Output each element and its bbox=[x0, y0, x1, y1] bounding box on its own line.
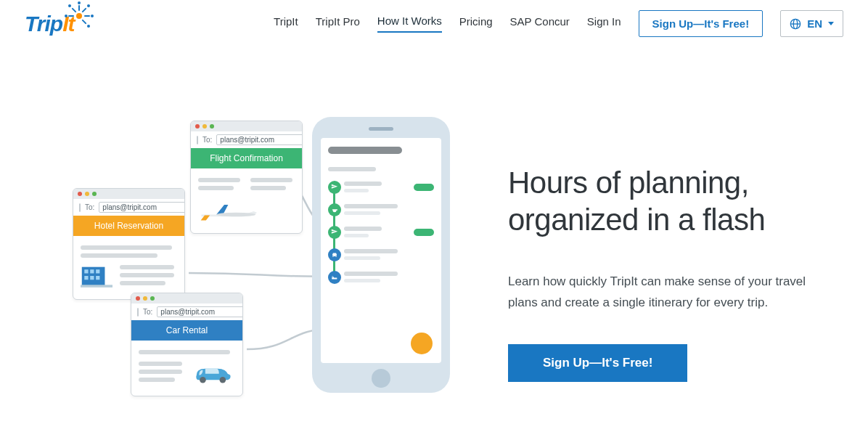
to-label: To: bbox=[85, 203, 94, 211]
hotel-band: Hotel Reservation bbox=[73, 216, 184, 236]
nav-how-it-works[interactable]: How It Works bbox=[377, 15, 442, 33]
phone-speaker bbox=[369, 127, 393, 131]
language-label: EN bbox=[807, 17, 822, 30]
share-icon bbox=[197, 136, 198, 144]
signup-button-hero[interactable]: Sign Up—It's Free! bbox=[508, 344, 687, 382]
email-card-car: To: Car Rental bbox=[131, 293, 243, 396]
svg-rect-9 bbox=[96, 276, 99, 280]
car-icon bbox=[328, 248, 341, 261]
svg-rect-8 bbox=[90, 276, 94, 280]
phone-screen bbox=[321, 138, 441, 363]
svg-rect-4 bbox=[84, 269, 88, 273]
signup-button-header[interactable]: Sign Up—It's Free! bbox=[639, 10, 763, 37]
logo-burst-icon bbox=[70, 7, 88, 25]
bed-icon bbox=[328, 271, 341, 284]
to-label: To: bbox=[202, 136, 212, 144]
airplane-icon bbox=[328, 226, 341, 239]
hero-copy: Hours of planning, organized in a flash … bbox=[508, 142, 824, 382]
globe-icon bbox=[790, 18, 801, 30]
to-address-input bbox=[216, 134, 303, 145]
logo[interactable]: TripIt bbox=[25, 12, 92, 36]
to-address-input bbox=[99, 202, 185, 213]
to-label: To: bbox=[143, 308, 152, 316]
share-icon bbox=[79, 203, 81, 212]
hero-illustration: To: Flight Confirmation To: bbox=[44, 117, 479, 407]
to-address-input bbox=[157, 306, 243, 317]
car-band: Car Rental bbox=[131, 320, 242, 341]
language-switcher[interactable]: EN bbox=[780, 10, 843, 37]
email-card-hotel: To: Hotel Reservation bbox=[73, 188, 185, 300]
email-card-flight: To: Flight Confirmation bbox=[190, 121, 303, 234]
airplane-icon bbox=[328, 181, 341, 194]
nav-sign-in[interactable]: Sign In bbox=[587, 15, 621, 32]
window-titlebar bbox=[191, 121, 302, 131]
car-icon bbox=[139, 358, 235, 387]
primary-nav: TripIt TripIt Pro How It Works Pricing S… bbox=[274, 10, 843, 37]
chevron-down-icon bbox=[828, 22, 834, 25]
hotel-icon bbox=[81, 261, 177, 290]
share-icon bbox=[137, 308, 139, 317]
phone-mockup bbox=[312, 117, 450, 393]
hero-lead: Learn how quickly TripIt can make sense … bbox=[508, 272, 820, 314]
svg-rect-5 bbox=[90, 269, 94, 273]
window-titlebar bbox=[73, 189, 184, 199]
svg-point-2 bbox=[216, 213, 255, 216]
nav-sap-concur[interactable]: SAP Concur bbox=[510, 15, 570, 32]
nav-tripit[interactable]: TripIt bbox=[274, 15, 298, 32]
window-titlebar bbox=[131, 293, 242, 303]
hero-heading: Hours of planning, organized in a flash bbox=[508, 164, 824, 238]
coffee-icon bbox=[328, 203, 341, 216]
svg-point-12 bbox=[220, 377, 226, 383]
svg-rect-6 bbox=[96, 269, 99, 273]
site-header: TripIt TripIt TripIt Pro How It Works Pr… bbox=[0, 0, 868, 37]
svg-rect-10 bbox=[81, 285, 112, 288]
nav-pricing[interactable]: Pricing bbox=[459, 15, 493, 32]
airplane-icon bbox=[198, 198, 295, 224]
add-fab bbox=[411, 333, 433, 354]
svg-point-11 bbox=[200, 377, 206, 383]
nav-tripit-pro[interactable]: TripIt Pro bbox=[316, 15, 360, 32]
hero-section: To: Flight Confirmation To: bbox=[0, 37, 868, 436]
svg-rect-7 bbox=[84, 276, 88, 280]
flight-band: Flight Confirmation bbox=[191, 148, 302, 168]
home-button-icon bbox=[372, 369, 390, 388]
